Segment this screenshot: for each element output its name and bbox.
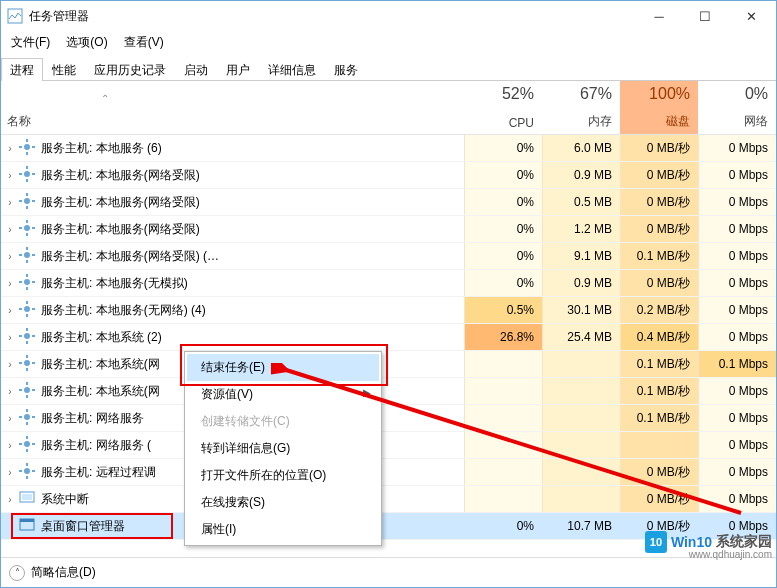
menu-item-open-location[interactable]: 打开文件所在的位置(O) (187, 462, 379, 489)
menu-item-properties[interactable]: 属性(I) (187, 516, 379, 543)
fewer-details-icon[interactable]: ˄ (9, 565, 25, 581)
expand-arrow-icon[interactable]: › (1, 251, 19, 262)
cell-cpu: 0% (464, 135, 542, 161)
cell-disk: 0 MB/秒 (620, 162, 698, 188)
tab-performance[interactable]: 性能 (43, 58, 85, 81)
process-row[interactable]: ›服务主机: 远程过程调0 MB/秒0 Mbps (1, 459, 776, 486)
cell-cpu: 0.5% (464, 297, 542, 323)
menu-file[interactable]: 文件(F) (5, 32, 56, 53)
expand-arrow-icon[interactable]: › (1, 359, 19, 370)
svg-rect-40 (32, 335, 35, 337)
cell-mem: 1.2 MB (542, 216, 620, 242)
minimize-button[interactable]: ─ (636, 1, 682, 31)
cell-cpu: 26.8% (464, 324, 542, 350)
menu-item-search-online[interactable]: 在线搜索(S) (187, 489, 379, 516)
svg-point-56 (24, 441, 30, 447)
task-manager-window: 任务管理器 ─ ☐ ✕ 文件(F) 选项(O) 查看(V) 进程 性能 应用历史… (0, 0, 777, 588)
svg-rect-10 (32, 173, 35, 175)
tab-history[interactable]: 应用历史记录 (85, 58, 175, 81)
svg-rect-42 (26, 355, 28, 358)
cell-disk: 0 MB/秒 (620, 270, 698, 296)
expand-arrow-icon[interactable]: › (1, 305, 19, 316)
svg-rect-69 (20, 519, 34, 522)
svg-rect-44 (19, 362, 22, 364)
tab-startup[interactable]: 启动 (175, 58, 217, 81)
expand-arrow-icon[interactable]: › (1, 494, 19, 505)
process-row[interactable]: ›服务主机: 本地服务 (6)0%6.0 MB0 MB/秒0 Mbps (1, 135, 776, 162)
expand-arrow-icon[interactable]: › (1, 467, 19, 478)
expand-arrow-icon[interactable]: › (1, 278, 19, 289)
process-row[interactable]: ›系统中断0 MB/秒0 Mbps (1, 486, 776, 513)
tab-services[interactable]: 服务 (325, 58, 367, 81)
service-gear-icon (19, 355, 41, 374)
cell-disk: 0.4 MB/秒 (620, 324, 698, 350)
svg-rect-60 (32, 443, 35, 445)
menu-item-resource-values[interactable]: 资源值(V) ▶ (187, 381, 379, 408)
process-row[interactable]: ›服务主机: 本地服务(无模拟)0%0.9 MB0 MB/秒0 Mbps (1, 270, 776, 297)
process-row[interactable]: ›服务主机: 网络服务0.1 MB/秒0 Mbps (1, 405, 776, 432)
svg-point-1 (24, 144, 30, 150)
cell-net: 0.1 Mbps (698, 351, 776, 377)
menu-view[interactable]: 查看(V) (118, 32, 170, 53)
svg-rect-48 (26, 395, 28, 398)
column-cpu[interactable]: 52% CPU (464, 81, 542, 134)
process-row[interactable]: ›服务主机: 本地服务(网络受限)0%1.2 MB0 MB/秒0 Mbps (1, 216, 776, 243)
process-row[interactable]: ›服务主机: 本地服务(网络受限)0%0.5 MB0 MB/秒0 Mbps (1, 189, 776, 216)
svg-point-51 (24, 414, 30, 420)
column-name[interactable]: ⌃ 名称 (1, 81, 464, 134)
column-disk[interactable]: 100% 磁盘 (620, 81, 698, 134)
cell-disk: 0.1 MB/秒 (620, 378, 698, 404)
cell-mem: 25.4 MB (542, 324, 620, 350)
expand-arrow-icon[interactable]: › (1, 197, 19, 208)
svg-point-21 (24, 252, 30, 258)
cell-disk: 0 MB/秒 (620, 135, 698, 161)
cell-net: 0 Mbps (698, 270, 776, 296)
process-row[interactable]: ›服务主机: 本地服务(网络受限)0%0.9 MB0 MB/秒0 Mbps (1, 162, 776, 189)
process-row[interactable]: ›服务主机: 本地系统 (2)26.8%25.4 MB0.4 MB/秒0 Mbp… (1, 324, 776, 351)
submenu-arrow-icon: ▶ (363, 387, 371, 398)
cell-net: 0 Mbps (698, 405, 776, 431)
menu-item-go-to-details[interactable]: 转到详细信息(G) (187, 435, 379, 462)
cell-net: 0 Mbps (698, 189, 776, 215)
process-row[interactable]: ›服务主机: 本地系统(网0.1 MB/秒0 Mbps (1, 378, 776, 405)
service-gear-icon (19, 193, 41, 212)
column-memory[interactable]: 67% 内存 (542, 81, 620, 134)
close-button[interactable]: ✕ (728, 1, 774, 31)
expand-arrow-icon[interactable]: › (1, 170, 19, 181)
cell-mem (542, 378, 620, 404)
svg-rect-64 (19, 470, 22, 472)
expand-arrow-icon[interactable]: › (1, 440, 19, 451)
column-network[interactable]: 0% 网络 (698, 81, 776, 134)
process-row[interactable]: ›服务主机: 网络服务 (0 Mbps (1, 432, 776, 459)
fewer-details-label[interactable]: 简略信息(D) (31, 564, 96, 581)
tab-processes[interactable]: 进程 (1, 58, 43, 81)
service-gear-icon (19, 220, 41, 239)
svg-rect-5 (32, 146, 35, 148)
process-name: 服务主机: 本地服务(无网络) (4) (41, 302, 464, 319)
svg-rect-65 (32, 470, 35, 472)
service-gear-icon (19, 436, 41, 455)
menu-options[interactable]: 选项(O) (60, 32, 113, 53)
cell-mem: 0.9 MB (542, 270, 620, 296)
tab-users[interactable]: 用户 (217, 58, 259, 81)
svg-rect-58 (26, 449, 28, 452)
cell-mem (542, 486, 620, 512)
cell-mem (542, 405, 620, 431)
tab-details[interactable]: 详细信息 (259, 58, 325, 81)
cell-mem: 10.7 MB (542, 513, 620, 539)
process-row[interactable]: ›服务主机: 本地服务(无网络) (4)0.5%30.1 MB0.2 MB/秒0… (1, 297, 776, 324)
process-name: 服务主机: 本地服务 (6) (41, 140, 464, 157)
svg-rect-22 (26, 247, 28, 250)
expand-arrow-icon[interactable]: › (1, 413, 19, 424)
expand-arrow-icon[interactable]: › (1, 332, 19, 343)
expand-arrow-icon[interactable]: › (1, 224, 19, 235)
process-row[interactable]: ›服务主机: 本地系统(网0.1 MB/秒0.1 Mbps (1, 351, 776, 378)
maximize-button[interactable]: ☐ (682, 1, 728, 31)
expand-arrow-icon[interactable]: › (1, 143, 19, 154)
expand-arrow-icon[interactable]: › (1, 386, 19, 397)
cell-cpu (464, 351, 542, 377)
service-gear-icon (19, 274, 41, 293)
menu-item-end-task[interactable]: 结束任务(E) (187, 354, 379, 381)
menu-item-create-dump[interactable]: 创建转储文件(C) (187, 408, 379, 435)
process-row[interactable]: ›服务主机: 本地服务(网络受限) (…0%9.1 MB0.1 MB/秒0 Mb… (1, 243, 776, 270)
